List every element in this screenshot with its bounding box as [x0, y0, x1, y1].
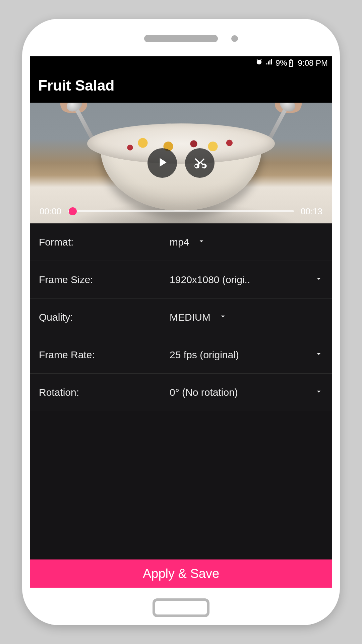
value-frame-size: 644x362 (origi..	[170, 274, 250, 285]
time-current: 00:00	[40, 206, 61, 217]
select-quality[interactable]: MEDIUM	[170, 312, 323, 323]
select-frame-rate[interactable]: 25 fps (original)	[170, 349, 323, 361]
video-preview[interactable]: 00:00 00:13	[30, 103, 332, 223]
battery-pct: 9%	[276, 58, 287, 68]
label-format: Format:	[39, 236, 170, 248]
apply-label: Apply & Save	[143, 567, 219, 581]
chevron-down-icon	[314, 387, 323, 398]
page-title: Fruit Salad	[38, 77, 324, 94]
value-quality: MEDIUM	[170, 312, 210, 323]
seek-knob[interactable]	[69, 207, 77, 215]
row-frame-rate: Frame Rate: 25 fps (original)	[30, 336, 332, 374]
select-frame-size[interactable]: 644x362 (origi..	[170, 274, 323, 285]
seek-track[interactable]	[68, 210, 294, 212]
value-format: mp4	[170, 236, 189, 248]
battery-icon	[289, 59, 293, 67]
home-button[interactable]	[153, 598, 209, 617]
chevron-down-icon	[219, 312, 227, 323]
alarm-icon	[255, 58, 263, 68]
row-rotation: Rotation: 0° (No rotation)	[30, 374, 332, 411]
label-frame-rate: Frame Rate:	[39, 349, 170, 361]
select-format[interactable]: mp4	[170, 236, 323, 248]
scissors-icon	[192, 155, 207, 171]
value-rotation: 0° (No rotation)	[170, 387, 238, 398]
battery-status: 9%	[276, 58, 293, 68]
play-icon	[155, 155, 170, 171]
title-bar: Fruit Salad	[30, 70, 332, 103]
speaker-grille	[144, 35, 218, 42]
time-duration: 00:13	[301, 206, 322, 217]
label-frame-size: Frame Size:	[39, 274, 170, 285]
row-quality: Quality: MEDIUM	[30, 299, 332, 336]
select-rotation[interactable]: 0° (No rotation)	[170, 387, 323, 398]
apply-save-button[interactable]: Apply & Save	[30, 559, 332, 588]
trim-button[interactable]	[185, 148, 215, 178]
label-rotation: Rotation:	[39, 387, 170, 398]
row-frame-size: Frame Size: 644x362 (origi..	[30, 261, 332, 299]
row-format: Format: mp4	[30, 223, 332, 261]
phone-frame: 9% 9:08 PM Fruit Salad	[22, 19, 340, 625]
timeline: 00:00 00:13	[30, 199, 332, 223]
bowl-graphic	[87, 123, 275, 211]
chevron-down-icon	[197, 236, 206, 248]
play-button[interactable]	[147, 148, 177, 178]
chevron-down-icon	[314, 349, 323, 361]
front-sensor	[231, 35, 238, 42]
status-bar: 9% 9:08 PM	[30, 56, 332, 70]
settings-list: Format: mp4 Frame Size: 644x362 (origi…	[30, 223, 332, 411]
value-frame-rate: 25 fps (original)	[170, 349, 239, 361]
clock-text: 9:08 PM	[298, 58, 328, 68]
signal-icon	[265, 58, 273, 68]
screen: 9% 9:08 PM Fruit Salad	[30, 56, 332, 588]
chevron-down-icon	[314, 274, 323, 285]
label-quality: Quality:	[39, 312, 170, 323]
